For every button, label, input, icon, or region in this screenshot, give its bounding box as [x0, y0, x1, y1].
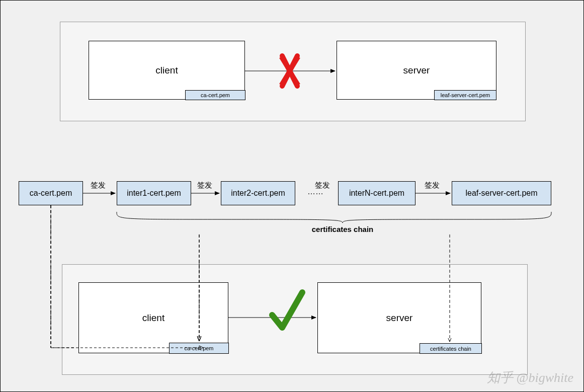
chain-interN-box: interN-cert.pem	[338, 181, 415, 205]
arrow-label-1: 签发	[91, 181, 106, 190]
top-client-label: client	[155, 65, 178, 76]
watermark: 知乎 @bigwhite	[487, 369, 573, 386]
brace-icon	[117, 212, 551, 223]
top-server-cert-text: leaf-server-cert.pem	[441, 92, 490, 98]
chain-ca-box: ca-cert.pem	[19, 181, 83, 205]
brace-label: certificates chain	[297, 225, 388, 233]
bottom-server-box: server	[317, 282, 481, 353]
top-server-cert-tag: leaf-server-cert.pem	[434, 90, 496, 100]
chain-leaf-box: leaf-server-cert.pem	[452, 181, 551, 205]
chain-ca-text: ca-cert.pem	[30, 189, 72, 198]
arrow-label-3: 签发	[315, 181, 330, 190]
chain-interN-text: interN-cert.pem	[349, 189, 404, 198]
bottom-server-cert-tag: certificates chain	[420, 343, 482, 354]
bottom-server-label: server	[386, 312, 413, 324]
chain-inter2-box: inter2-cert.pem	[221, 181, 295, 205]
chain-inter1-box: inter1-cert.pem	[117, 181, 191, 205]
chain-inter2-text: inter2-cert.pem	[231, 189, 285, 198]
bottom-client-cert-tag: ca-cert.pem	[169, 343, 229, 354]
top-server-label: server	[403, 65, 430, 76]
bottom-server-cert-text: certificates chain	[430, 346, 471, 352]
chain-inter1-text: inter1-cert.pem	[127, 189, 181, 198]
bottom-client-label: client	[142, 312, 164, 324]
bottom-client-cert-text: ca-cert.pem	[184, 345, 213, 351]
chain-leaf-text: leaf-server-cert.pem	[465, 189, 537, 198]
arrow-label-4: 签发	[425, 181, 440, 190]
top-client-cert-tag: ca-cert.pem	[185, 90, 245, 100]
arrow-label-2: 签发	[197, 181, 212, 190]
top-client-cert-text: ca-cert.pem	[201, 92, 230, 98]
